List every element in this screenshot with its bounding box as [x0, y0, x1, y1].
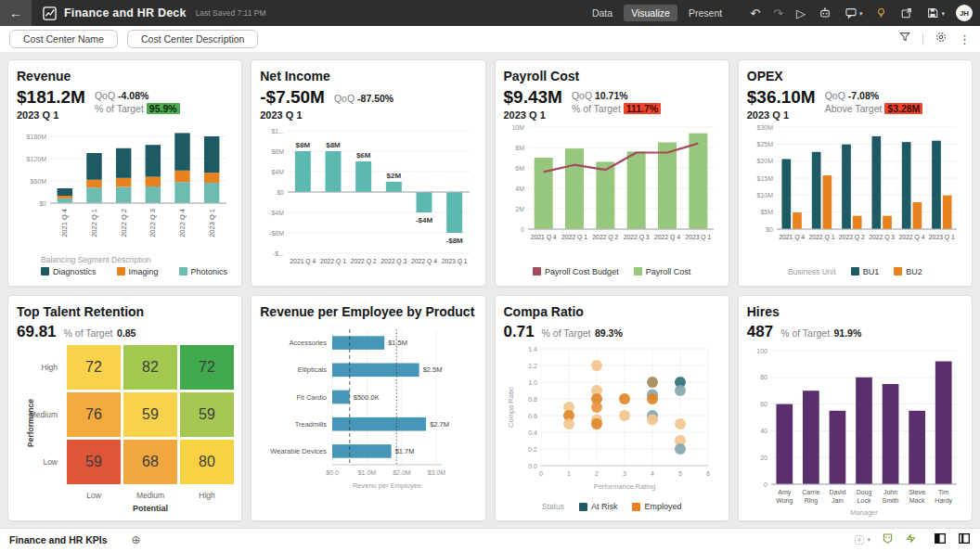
- heatmap-cell[interactable]: 68: [123, 440, 177, 484]
- tab-present[interactable]: Present: [681, 5, 729, 21]
- insights-button[interactable]: [875, 6, 887, 19]
- grid-options-button[interactable]: ▾: [854, 534, 870, 545]
- caret-down-icon: ▾: [859, 10, 863, 17]
- qoq-value: -4.08%: [118, 90, 148, 101]
- card-compa-ratio[interactable]: Compa Ratio 0.71 % of Target 89.3% 0.00.…: [495, 295, 729, 522]
- add-page-button[interactable]: ⊕: [132, 533, 141, 546]
- compa-ratio-chart[interactable]: 0.00.20.40.60.81.01.21.40123456Performan…: [504, 343, 720, 501]
- automation-button[interactable]: [819, 6, 832, 19]
- heatmap-col-label: Low: [67, 491, 121, 500]
- chart-legend: Balancing Segment Description Diagnostic…: [17, 253, 233, 278]
- svg-text:$60M: $60M: [30, 178, 46, 185]
- svg-text:$8M: $8M: [272, 148, 285, 155]
- heatmap-cell[interactable]: 80: [180, 440, 234, 484]
- payroll-cost-chart[interactable]: 02M4M6M8M10M2021 Q 42022 Q 12022 Q 22022…: [504, 122, 720, 265]
- svg-text:2021 Q 4: 2021 Q 4: [530, 234, 556, 241]
- lightbulb-icon: [875, 6, 887, 19]
- svg-text:0: 0: [539, 470, 543, 477]
- heatmap-y-axis-label: Performance: [26, 399, 35, 447]
- svg-text:2022 Q 3: 2022 Q 3: [381, 258, 407, 265]
- revenue-chart[interactable]: $0$60M$120M$180M2021 Q 42022 Q 12022 Q 2…: [17, 122, 233, 253]
- svg-text:DavidJain: DavidJain: [829, 489, 845, 504]
- kpi-meta: QoQ -4.08% % of Target 95.9%: [95, 88, 180, 115]
- revenue-per-employee-chart[interactable]: $0.0$1.0M$2.0M$3.0MAccessories$1.5MEllip…: [260, 324, 476, 514]
- popout-button[interactable]: [900, 6, 913, 19]
- qoq-label: QoQ: [825, 90, 845, 101]
- svg-text:0.6: 0.6: [528, 412, 537, 418]
- assist-button[interactable]: [905, 532, 917, 548]
- back-button[interactable]: ←: [0, 0, 32, 26]
- svg-text:2M: 2M: [515, 206, 524, 212]
- card-top-talent-retention[interactable]: Top Talent Retention 69.81 % of Target 0…: [7, 295, 242, 522]
- tab-visualize[interactable]: Visualize: [624, 5, 677, 21]
- heatmap-col-label: High: [180, 491, 234, 500]
- redo-button[interactable]: ↷: [773, 7, 783, 19]
- more-options-button[interactable]: ⋮: [959, 32, 971, 46]
- svg-text:5: 5: [678, 470, 682, 477]
- filter-cost-center-description[interactable]: Cost Center Description: [127, 30, 258, 48]
- panel-split-toggle[interactable]: [958, 532, 971, 548]
- svg-text:3: 3: [623, 470, 626, 477]
- net-income-chart[interactable]: $1...$8M$4M$0-$4M-$8M-$...$8M$8M$6M$2M-$…: [260, 122, 476, 278]
- svg-text:Treadmills: Treadmills: [295, 419, 328, 428]
- legend-swatch: [179, 267, 187, 276]
- play-icon: ▷: [796, 7, 806, 19]
- svg-text:$4M: $4M: [272, 169, 285, 175]
- layout-split-icon: [958, 532, 971, 545]
- comment-button[interactable]: ▾: [845, 6, 863, 19]
- panel-left-toggle[interactable]: [934, 532, 947, 548]
- heatmap-cell[interactable]: 72: [180, 345, 234, 390]
- page-tab-finance-hr-kpis[interactable]: Finance and HR KPIs: [9, 534, 108, 545]
- svg-text:40: 40: [760, 427, 767, 433]
- heatmap-cell[interactable]: 72: [67, 345, 121, 390]
- tab-data[interactable]: Data: [585, 5, 620, 21]
- heatmap-cell[interactable]: 59: [180, 392, 234, 437]
- svg-text:2022 Q 2: 2022 Q 2: [592, 234, 618, 241]
- card-title: Hires: [747, 303, 963, 320]
- kpi-value: 487: [747, 324, 773, 340]
- kpi-meta: QoQ 10.71% % of Target 111.7%: [572, 88, 661, 115]
- save-button[interactable]: ▾: [926, 6, 945, 19]
- svg-text:Fit Cardio: Fit Cardio: [297, 392, 328, 401]
- svg-text:$5M: $5M: [760, 209, 773, 215]
- card-opex[interactable]: OPEX $36.10M 2023 Q 1 QoQ -7.08% Above T…: [738, 59, 973, 287]
- legend-item: Employed: [632, 502, 681, 511]
- avatar[interactable]: JH: [956, 5, 973, 21]
- filter-cost-center-name[interactable]: Cost Center Name: [9, 30, 118, 48]
- heatmap-cell[interactable]: 59: [67, 440, 121, 484]
- svg-text:2022 Q 4: 2022 Q 4: [411, 258, 437, 265]
- svg-text:100: 100: [756, 347, 767, 353]
- svg-text:1.0: 1.0: [528, 378, 537, 385]
- svg-text:$0: $0: [766, 226, 773, 233]
- legend-swatch: [632, 503, 640, 511]
- opex-chart[interactable]: $0$5M$10M$15M$20M$25M$30M2021 Q 42022 Q …: [747, 122, 963, 265]
- retention-heatmap[interactable]: 728272765959596880HighMediumLowLowMedium…: [17, 343, 233, 516]
- svg-text:$30M: $30M: [756, 124, 773, 131]
- heatmap-cell[interactable]: 76: [67, 392, 121, 437]
- robot-icon: [819, 6, 832, 19]
- filter-button[interactable]: [898, 31, 911, 47]
- settings-button[interactable]: [935, 31, 948, 47]
- card-payroll-cost[interactable]: Payroll Cost $9.43M 2023 Q 1 QoQ 10.71% …: [495, 59, 729, 287]
- svg-text:$8M: $8M: [326, 141, 341, 149]
- qoq-value: 10.71%: [595, 90, 628, 101]
- kpi-value: -$7.50M: [260, 88, 325, 107]
- qoq-label: QoQ: [572, 90, 592, 101]
- svg-text:1: 1: [567, 470, 571, 477]
- card-revenue-per-employee[interactable]: Revenue per Employee by Product $0.0$1.0…: [251, 295, 485, 522]
- svg-text:DougLock: DougLock: [856, 489, 871, 504]
- card-title: Revenue: [17, 68, 233, 84]
- svg-text:$500.0K: $500.0K: [354, 392, 380, 401]
- chart-legend: Payroll Cost BudgetPayroll Cost: [504, 265, 720, 278]
- undo-button[interactable]: ↶: [750, 7, 760, 19]
- hires-chart[interactable]: 020406080100AmyWongCarrieRingDavidJainDo…: [747, 343, 963, 521]
- card-revenue[interactable]: Revenue $181.2M 2023 Q 1 QoQ -4.08% % of…: [7, 59, 242, 287]
- card-hires[interactable]: Hires 487 % of Target 91.9% 020406080100…: [738, 295, 973, 522]
- card-net-income[interactable]: Net Income -$7.50M 2023 Q 1 QoQ -87.50% …: [251, 59, 485, 287]
- run-button[interactable]: ▷: [796, 7, 806, 19]
- svg-text:-$8M: -$8M: [446, 237, 464, 245]
- heatmap-cell[interactable]: 59: [123, 392, 177, 437]
- heatmap-cell[interactable]: 82: [123, 345, 177, 390]
- theme-button[interactable]: [882, 532, 894, 548]
- svg-text:CarrieRing: CarrieRing: [802, 489, 819, 505]
